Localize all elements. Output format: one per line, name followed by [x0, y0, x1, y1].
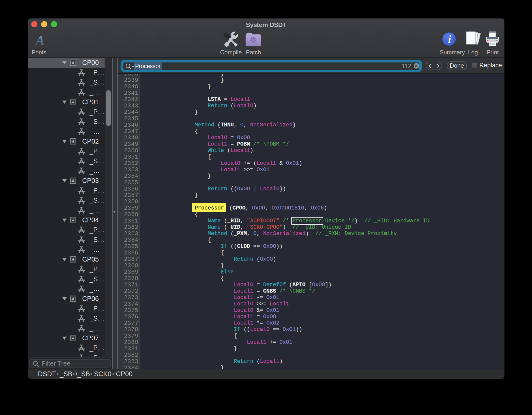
- svg-text:i: i: [448, 33, 451, 45]
- svg-text:A: A: [35, 33, 45, 48]
